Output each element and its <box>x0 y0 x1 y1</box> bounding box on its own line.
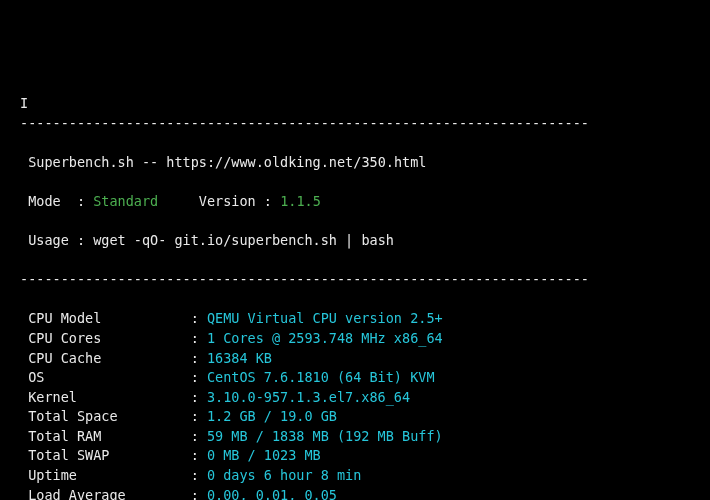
info-colon: : <box>191 427 207 447</box>
info-colon: : <box>191 329 207 349</box>
version-label: Version <box>199 192 264 212</box>
version-colon: : <box>264 193 280 209</box>
info-label: Total SWAP <box>28 446 191 466</box>
info-row: Total SWAP: 0 MB / 1023 MB <box>20 446 690 466</box>
info-label: Total Space <box>28 407 191 427</box>
info-colon: : <box>191 309 207 329</box>
info-label: CPU Model <box>28 309 191 329</box>
info-colon: : <box>191 446 207 466</box>
info-value: 59 MB / 1838 MB (192 MB Buff) <box>207 427 443 447</box>
usage-text: Usage : wget -qO- git.io/superbench.sh |… <box>28 232 394 248</box>
header-usage-line: Usage : wget -qO- git.io/superbench.sh |… <box>20 231 690 251</box>
info-label: Load Average <box>28 486 191 501</box>
divider: ----------------------------------------… <box>20 114 690 134</box>
info-row: Uptime: 0 days 6 hour 8 min <box>20 466 690 486</box>
info-row: Total Space: 1.2 GB / 19.0 GB <box>20 407 690 427</box>
info-colon: : <box>191 407 207 427</box>
header-title-line: Superbench.sh -- https://www.oldking.net… <box>20 153 690 173</box>
info-label: OS <box>28 368 191 388</box>
info-colon: : <box>191 466 207 486</box>
info-value: 0.00, 0.01, 0.05 <box>207 486 337 501</box>
info-value: CentOS 7.6.1810 (64 Bit) KVM <box>207 368 435 388</box>
header-mode-line: Mode : Standard Version : 1.1.5 <box>20 192 690 212</box>
mode-colon: : <box>77 193 93 209</box>
title-text: Superbench.sh -- https://www.oldking.net… <box>28 154 426 170</box>
info-row: CPU Cache: 16384 KB <box>20 349 690 369</box>
info-value: 1 Cores @ 2593.748 MHz x86_64 <box>207 329 443 349</box>
info-label: Uptime <box>28 466 191 486</box>
version-value: 1.1.5 <box>280 193 321 209</box>
mode-label: Mode <box>28 192 77 212</box>
info-row: Total RAM: 59 MB / 1838 MB (192 MB Buff) <box>20 427 690 447</box>
mode-value: Standard <box>93 193 158 209</box>
info-value: 16384 KB <box>207 349 272 369</box>
info-value: 1.2 GB / 19.0 GB <box>207 407 337 427</box>
info-colon: : <box>191 486 207 501</box>
info-label: CPU Cache <box>28 349 191 369</box>
info-row: CPU Model: QEMU Virtual CPU version 2.5+ <box>20 309 690 329</box>
info-colon: : <box>191 368 207 388</box>
info-value: 0 MB / 1023 MB <box>207 446 321 466</box>
info-value: QEMU Virtual CPU version 2.5+ <box>207 309 443 329</box>
info-row: CPU Cores: 1 Cores @ 2593.748 MHz x86_64 <box>20 329 690 349</box>
info-label: Kernel <box>28 388 191 408</box>
info-label: Total RAM <box>28 427 191 447</box>
info-value: 0 days 6 hour 8 min <box>207 466 361 486</box>
info-colon: : <box>191 388 207 408</box>
info-row: OS: CentOS 7.6.1810 (64 Bit) KVM <box>20 368 690 388</box>
info-colon: : <box>191 349 207 369</box>
info-value: 3.10.0-957.1.3.el7.x86_64 <box>207 388 410 408</box>
info-row: Kernel: 3.10.0-957.1.3.el7.x86_64 <box>20 388 690 408</box>
divider: ----------------------------------------… <box>20 270 690 290</box>
info-row: Load Average: 0.00, 0.01, 0.05 <box>20 486 690 501</box>
info-label: CPU Cores <box>28 329 191 349</box>
cursor: I <box>20 95 28 111</box>
